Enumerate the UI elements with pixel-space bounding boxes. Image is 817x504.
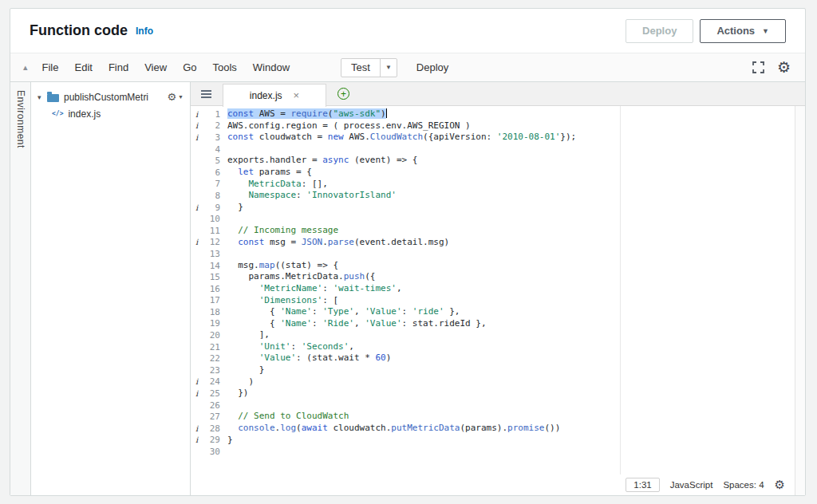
menu-item-go[interactable]: Go: [175, 61, 204, 73]
cursor-position[interactable]: 1:31: [626, 478, 659, 492]
annotation-info-icon[interactable]: i: [191, 203, 203, 212]
gutter-line[interactable]: 19: [191, 318, 227, 330]
code-line[interactable]: }: [227, 435, 795, 447]
code-line[interactable]: [227, 248, 795, 260]
close-tab-icon[interactable]: ×: [294, 89, 300, 101]
project-settings-gear-icon[interactable]: ⚙▼: [167, 91, 184, 103]
info-link[interactable]: Info: [136, 26, 153, 37]
gutter-line[interactable]: 10: [191, 213, 227, 225]
tree-folder-row[interactable]: ▾ publishCustomMetri ⚙▼: [31, 89, 190, 105]
code-line[interactable]: { 'Name': 'Type', 'Value': 'ride' },: [227, 306, 795, 318]
code-line[interactable]: params.MetricData.push({: [227, 271, 795, 283]
code-line[interactable]: AWS.config.region = ( process.env.AWS_RE…: [227, 120, 795, 132]
gutter-line[interactable]: 13: [191, 248, 227, 260]
code-line[interactable]: [227, 213, 795, 225]
menu-item-deploy[interactable]: Deploy: [408, 61, 456, 73]
code-line[interactable]: console.log(await cloudwatch.putMetricDa…: [227, 423, 795, 435]
code-line[interactable]: [227, 400, 795, 411]
code-line[interactable]: const msg = JSON.parse(event.detail.msg): [227, 237, 795, 249]
gutter-line[interactable]: 5: [191, 155, 227, 167]
gutter-line[interactable]: 4: [191, 144, 227, 156]
indentation-setting[interactable]: Spaces: 4: [723, 480, 764, 490]
annotation-info-icon[interactable]: i: [191, 424, 203, 433]
code-line[interactable]: const AWS = require("aws-sdk"): [227, 108, 795, 120]
gutter-line[interactable]: i3: [191, 132, 227, 144]
editor-settings-gear-icon[interactable]: ⚙: [777, 60, 791, 75]
gutter-line[interactable]: 18: [191, 306, 227, 318]
gutter-line[interactable]: 22: [191, 352, 227, 364]
code-line[interactable]: msg.map((stat) => {: [227, 260, 795, 272]
code-line[interactable]: 'Dimensions': [: [227, 295, 795, 307]
tree-file-row[interactable]: </> index.js: [31, 105, 190, 122]
code-line[interactable]: // Send to CloudWatch: [227, 411, 795, 423]
code-line[interactable]: ): [227, 376, 795, 388]
fullscreen-icon[interactable]: [752, 61, 764, 73]
gutter-line[interactable]: 14: [191, 260, 227, 272]
gutter-line[interactable]: 30: [191, 446, 227, 458]
gutter-line[interactable]: 7: [191, 179, 227, 191]
gutter-line[interactable]: 26: [191, 400, 227, 411]
language-mode[interactable]: JavaScript: [670, 480, 713, 490]
statusbar-settings-gear-icon[interactable]: ⚙: [775, 478, 785, 492]
code-line[interactable]: exports.handler = async (event) => {: [227, 155, 795, 167]
code-line[interactable]: 'MetricName': 'wait-times',: [227, 283, 795, 295]
gutter-line[interactable]: i1: [191, 108, 227, 120]
menu-item-find[interactable]: Find: [101, 61, 136, 73]
code-line[interactable]: }: [227, 202, 795, 214]
scrollbar-track[interactable]: [795, 106, 805, 495]
test-split-button[interactable]: Test ▼: [341, 58, 397, 77]
code-line[interactable]: MetricData: [],: [227, 179, 795, 191]
test-button-label[interactable]: Test: [341, 61, 380, 73]
gutter-line[interactable]: i24: [191, 376, 227, 388]
code-line[interactable]: // Incoming message: [227, 225, 795, 237]
annotation-info-icon[interactable]: i: [191, 389, 203, 398]
gutter-line[interactable]: 27: [191, 411, 227, 423]
gutter-line[interactable]: 11: [191, 225, 227, 237]
tab-list-icon[interactable]: [197, 82, 215, 105]
code-line[interactable]: 'Value': (stat.wait * 60): [227, 352, 795, 364]
gutter-line[interactable]: i9: [191, 202, 227, 214]
environment-tab[interactable]: Environment: [10, 82, 31, 495]
disclosure-triangle-icon[interactable]: ▾: [37, 93, 45, 101]
gutter-line[interactable]: 21: [191, 341, 227, 353]
actions-button[interactable]: Actions ▼: [700, 19, 786, 43]
code-line[interactable]: [227, 446, 795, 458]
code-line[interactable]: let params = {: [227, 167, 795, 179]
annotation-info-icon[interactable]: i: [191, 377, 203, 386]
gutter-line[interactable]: 17: [191, 295, 227, 307]
menu-item-file[interactable]: File: [34, 61, 67, 73]
code-area[interactable]: i1i2i345678i91011i1213141516171819202122…: [191, 106, 795, 474]
gutter-line[interactable]: 16: [191, 283, 227, 295]
gutter-line[interactable]: 20: [191, 329, 227, 341]
code-line[interactable]: ],: [227, 329, 795, 341]
annotation-info-icon[interactable]: i: [191, 121, 203, 130]
code-line[interactable]: }: [227, 364, 795, 376]
gutter-line[interactable]: i29: [191, 435, 227, 447]
gutter-line[interactable]: 23: [191, 364, 227, 376]
annotation-info-icon[interactable]: i: [191, 110, 203, 119]
annotation-info-icon[interactable]: i: [191, 435, 203, 444]
menu-item-edit[interactable]: Edit: [66, 61, 100, 73]
code-line[interactable]: Namespace: 'InnovatorIsland': [227, 190, 795, 202]
annotation-info-icon[interactable]: i: [191, 133, 203, 142]
collapse-pane-icon[interactable]: ▴: [22, 62, 34, 73]
gutter-line[interactable]: i2: [191, 120, 227, 132]
gutter-line[interactable]: i28: [191, 423, 227, 435]
deploy-button[interactable]: Deploy: [626, 19, 693, 43]
code-line[interactable]: const cloudwatch = new AWS.CloudWatch({a…: [227, 132, 795, 144]
menu-item-view[interactable]: View: [136, 61, 175, 73]
gutter-line[interactable]: 15: [191, 271, 227, 283]
code-line[interactable]: { 'Name': 'Ride', 'Value': stat.rideId }…: [227, 318, 795, 330]
tab-index-js[interactable]: index.js ×: [223, 84, 326, 107]
new-tab-icon[interactable]: +: [337, 88, 349, 100]
code-line[interactable]: 'Unit': 'Seconds',: [227, 341, 795, 353]
annotation-info-icon[interactable]: i: [191, 238, 203, 246]
gutter-line[interactable]: 8: [191, 190, 227, 202]
menu-item-window[interactable]: Window: [245, 61, 298, 73]
gutter-line[interactable]: i12: [191, 237, 227, 249]
code-line[interactable]: [227, 144, 795, 156]
menu-item-tools[interactable]: Tools: [204, 61, 244, 73]
code-line[interactable]: }): [227, 388, 795, 400]
caret-down-icon[interactable]: ▼: [381, 64, 397, 71]
gutter-line[interactable]: 6: [191, 167, 227, 179]
